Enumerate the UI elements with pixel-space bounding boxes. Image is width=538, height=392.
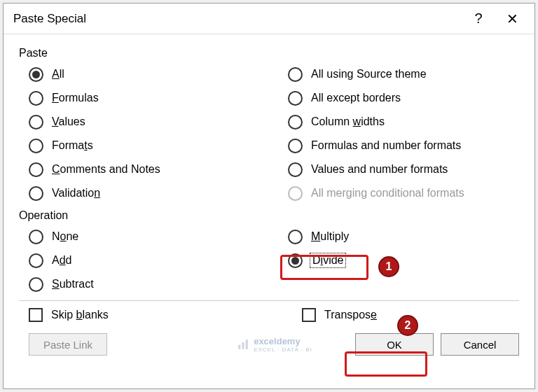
radio-label: Comments and Notes [52,163,160,176]
help-button[interactable]: ? [462,4,495,34]
button-row: Paste Link exceldemy EXCEL · DATA · BI O… [19,328,519,363]
svg-rect-0 [238,345,240,349]
radio-icon [29,186,43,201]
paste-link-button: Paste Link [29,333,107,356]
radio-label: Values and number formats [311,163,448,176]
radio-multiply[interactable]: Multiply [278,225,519,248]
svg-rect-1 [242,342,244,349]
dialog-body: Paste All Formulas Values Formats [4,34,534,388]
radio-icon [288,230,303,244]
radio-icon [29,230,43,244]
paste-section-label: Paste [19,47,519,59]
radio-subtract[interactable]: Subtract [19,272,278,296]
radio-icon [288,162,303,177]
radio-icon [29,91,43,106]
watermark: exceldemy EXCEL · DATA · BI [237,336,312,353]
close-button[interactable]: ✕ [495,4,529,34]
radio-icon [288,139,303,153]
radio-formulas-number-formats[interactable]: Formulas and number formats [278,134,519,158]
radio-none[interactable]: None [19,225,278,248]
radio-label: All [52,68,64,80]
radio-label: All except borders [311,92,401,104]
radio-icon [29,277,43,292]
radio-validation[interactable]: Validation [19,181,278,205]
radio-label: Formats [52,139,93,152]
radio-label: All using Source theme [311,68,427,80]
radio-label: Column widths [311,115,385,128]
paste-options-left: All Formulas Values Formats Comments and… [19,62,278,205]
paste-options-right: All using Source theme All except border… [278,62,519,205]
radio-label: Formulas [52,92,99,104]
radio-all-source-theme[interactable]: All using Source theme [278,62,519,86]
radio-label: Subtract [52,278,94,290]
radio-icon [288,253,303,268]
check-label: Transpose [324,309,377,321]
radio-icon [288,115,303,130]
radio-label: Add [52,254,71,267]
annotation-callout-1: 1 [378,256,399,277]
checkbox-icon [29,308,43,322]
cancel-button[interactable]: Cancel [441,333,519,356]
dialog-title: Paste Special [13,12,462,26]
chart-icon [237,338,249,351]
radio-add[interactable]: Add [19,248,278,272]
operation-section-label: Operation [19,209,519,222]
radio-label: None [52,230,78,243]
radio-icon [29,162,43,177]
radio-all-except-borders[interactable]: All except borders [278,86,519,110]
radio-icon [29,253,43,268]
radio-label: Multiply [311,230,349,243]
radio-icon [29,139,43,153]
check-label: Skip blanks [51,309,109,321]
radio-label: Validation [52,187,100,200]
watermark-text: exceldemy EXCEL · DATA · BI [254,336,312,353]
radio-label: Formulas and number formats [311,139,461,152]
titlebar: Paste Special ? ✕ [4,4,534,34]
radio-values[interactable]: Values [19,110,278,134]
separator [19,300,519,301]
radio-label: Divide [311,254,345,267]
radio-all[interactable]: All [19,62,278,86]
checkbox-icon [302,308,316,322]
radio-label: Values [52,115,85,128]
radio-formats[interactable]: Formats [19,134,278,158]
radio-icon [288,67,303,82]
radio-label: All merging conditional formats [311,187,464,200]
ok-button[interactable]: OK [355,333,434,356]
radio-column-widths[interactable]: Column widths [278,110,519,134]
radio-icon [29,115,43,130]
radio-values-number-formats[interactable]: Values and number formats [278,158,519,181]
paste-options: All Formulas Values Formats Comments and… [19,62,519,205]
check-options: Skip blanks Transpose [19,302,519,328]
radio-icon [288,91,303,106]
radio-icon [29,67,43,82]
radio-comments-notes[interactable]: Comments and Notes [19,158,278,181]
paste-special-dialog: Paste Special ? ✕ Paste All Formulas Val… [3,3,535,389]
check-skip-blanks[interactable]: Skip blanks [19,302,278,328]
annotation-callout-2: 2 [397,315,418,336]
radio-icon [288,186,303,201]
radio-all-merging-conditional: All merging conditional formats [278,181,519,205]
operation-options-right: Multiply Divide [278,225,519,296]
operation-options-left: None Add Subtract [19,225,278,296]
operation-options: None Add Subtract Multiply Div [19,225,519,296]
radio-formulas[interactable]: Formulas [19,86,278,110]
svg-rect-2 [246,340,248,349]
